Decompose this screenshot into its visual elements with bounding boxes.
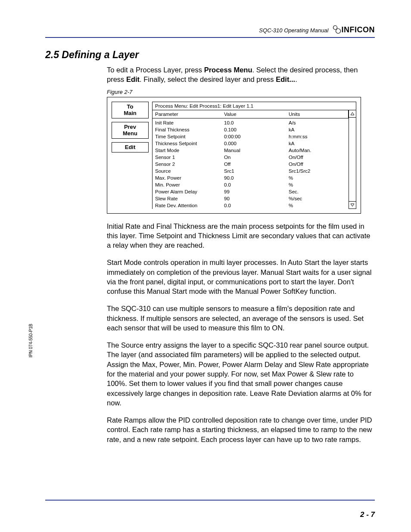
intro-bold-3: Edit...: [276, 75, 295, 83]
manual-title: SQC-310 Operating Manual: [259, 27, 328, 34]
paragraph-1: Initial Rate and Final Thickness are the…: [107, 221, 374, 250]
cell-param: Rate Dev. Attention: [155, 203, 224, 208]
scroll-down-icon[interactable]: [349, 201, 356, 209]
table-row[interactable]: Final Thickness0.100kA: [155, 126, 346, 133]
breadcrumb: Process Menu: Edit Process1: Edit Layer …: [152, 102, 356, 110]
table-row[interactable]: Power Alarm Delay99Sec.: [155, 188, 346, 195]
side-ipn-text: IPN 074-550-P1B: [28, 324, 33, 358]
intro-bold-1: Process Menu: [204, 66, 252, 74]
cell-value: Src1: [224, 168, 289, 174]
scroll-up-icon[interactable]: [349, 110, 356, 118]
header-divider: [45, 37, 375, 38]
cell-units: Auto/Man.: [289, 148, 346, 153]
svg-point-1: [336, 29, 340, 34]
table-row[interactable]: Init Rate10.0A/s: [155, 119, 346, 126]
cell-value: 0.000: [224, 141, 289, 146]
screen-main: Process Menu: Edit Process1: Edit Layer …: [152, 102, 356, 209]
intro-paragraph: To edit a Process Layer, press Process M…: [107, 65, 374, 84]
table-row[interactable]: Thickness Setpoint0.000kA: [155, 140, 346, 147]
cell-units: h:mm:ss: [289, 134, 346, 139]
scrollbar[interactable]: [349, 110, 356, 209]
cell-units: kA: [289, 141, 346, 146]
softkey-prev-menu[interactable]: Prev Menu: [112, 122, 149, 139]
col-header-units: Units: [289, 112, 346, 117]
svg-point-0: [333, 26, 337, 30]
cell-value: On: [224, 155, 289, 160]
cell-units: A/s: [289, 120, 346, 125]
softkey-edit[interactable]: Edit: [112, 142, 149, 152]
cell-units: Src1/Src2: [289, 168, 346, 174]
page-number: 2 - 7: [360, 510, 375, 519]
footer-divider: [45, 500, 375, 501]
logo-icon: [333, 25, 341, 34]
cell-units: %: [289, 182, 346, 187]
cell-param: Init Rate: [155, 120, 224, 125]
cell-value: 90.0: [224, 175, 289, 180]
cell-param: Sensor 1: [155, 155, 224, 160]
table-row[interactable]: Start ModeManualAuto/Man.: [155, 147, 346, 154]
cell-units: On/Off: [289, 162, 346, 167]
cell-units: On/Off: [289, 155, 346, 160]
table-row[interactable]: Rate Dev. Attention0.0%: [155, 202, 346, 209]
cell-units: %: [289, 203, 346, 208]
cell-value: 0.100: [224, 127, 289, 132]
cell-param: Power Alarm Delay: [155, 189, 224, 194]
cell-value: 0.0: [224, 182, 289, 187]
cell-param: Source: [155, 168, 224, 174]
logo-text: INFICON: [342, 25, 375, 34]
page-header: SQC-310 Operating Manual INFICON: [45, 25, 375, 34]
paragraph-5: Rate Ramps allow the PID controlled depo…: [107, 415, 374, 444]
cell-value: 0:00:00: [224, 134, 289, 139]
intro-bold-2: Edit: [126, 75, 140, 83]
cell-param: Sensor 2: [155, 162, 224, 167]
cell-value: 0.0: [224, 203, 289, 208]
table-header: Parameter Value Units: [152, 110, 349, 118]
section-title: 2.5 Defining a Layer: [45, 49, 375, 61]
cell-units: %/sec: [289, 196, 346, 201]
cell-value: Manual: [224, 148, 289, 153]
table-row[interactable]: Min. Power0.0%: [155, 181, 346, 188]
table-row[interactable]: Time Setpoint0:00:00h:mm:ss: [155, 133, 346, 140]
scroll-track[interactable]: [349, 118, 356, 201]
col-header-parameter: Parameter: [155, 112, 224, 117]
cell-units: Sec.: [289, 189, 346, 194]
cell-param: Max. Power: [155, 175, 224, 180]
brand-logo: INFICON: [333, 25, 375, 34]
table-row[interactable]: Slew Rate90%/sec: [155, 195, 346, 202]
cell-param: Slew Rate: [155, 196, 224, 201]
col-header-value: Value: [224, 112, 289, 117]
cell-value: Off: [224, 162, 289, 167]
intro-text-4: .: [295, 75, 297, 83]
figure-caption: Figure 2-7: [107, 89, 374, 95]
cell-param: Final Thickness: [155, 127, 224, 132]
cell-param: Time Setpoint: [155, 134, 224, 139]
cell-value: 99: [224, 189, 289, 194]
intro-text-1: To edit a Process Layer, press: [107, 66, 204, 74]
cell-param: Start Mode: [155, 148, 224, 153]
paragraph-2: Start Mode controls operation in multi l…: [107, 258, 374, 296]
intro-text-3: . Finally, select the desired layer and …: [140, 75, 276, 83]
softkey-column: To Main Prev Menu Edit: [112, 102, 149, 209]
table-row[interactable]: Sensor 2OffOn/Off: [155, 161, 346, 168]
cell-param: Min. Power: [155, 182, 224, 187]
table-row[interactable]: SourceSrc1Src1/Src2: [155, 168, 346, 174]
cell-units: kA: [289, 127, 346, 132]
paragraph-4: The Source entry assigns the layer to a …: [107, 340, 374, 408]
table-body: Init Rate10.0A/sFinal Thickness0.100kATi…: [152, 118, 349, 209]
table-row[interactable]: Sensor 1OnOn/Off: [155, 154, 346, 161]
figure-screenshot: To Main Prev Menu Edit Process Menu: Edi…: [107, 97, 361, 214]
cell-units: %: [289, 175, 346, 180]
cell-param: Thickness Setpoint: [155, 141, 224, 146]
paragraph-3: The SQC-310 can use multiple sensors to …: [107, 304, 374, 333]
cell-value: 90: [224, 196, 289, 201]
cell-value: 10.0: [224, 120, 289, 125]
table-row[interactable]: Max. Power90.0%: [155, 174, 346, 181]
softkey-to-main[interactable]: To Main: [112, 102, 149, 118]
